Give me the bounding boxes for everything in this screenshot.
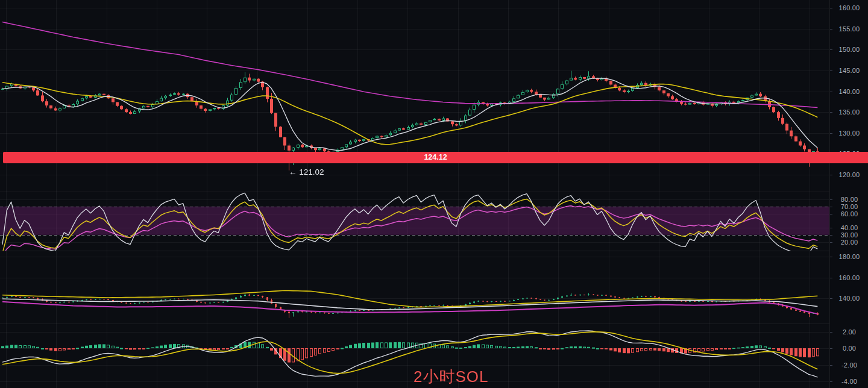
axis-tick-label: 0.00	[830, 344, 868, 352]
axis-tick-label: 60.00	[830, 210, 868, 218]
timeframe-symbol-label: 2小时SOL	[414, 366, 489, 387]
low-price-annotation: ← 121.02	[289, 167, 324, 177]
axis-tick-label: 160.00	[830, 4, 868, 12]
axis-tick-label: 130.00	[830, 129, 868, 137]
axis-tick-label: 140.00	[830, 87, 868, 96]
axis-tick-label: 180.00	[830, 252, 868, 261]
axis-tick-label: 160.00	[830, 274, 868, 282]
trading-chart-window: 160.00155.00150.00145.00140.00135.00130.…	[0, 0, 868, 388]
axis-tick-label: -2.00	[830, 361, 868, 369]
axis-tick-label: 20.00	[830, 238, 868, 246]
chart-canvas[interactable]	[0, 0, 829, 388]
axis-tick-label: -4.00	[830, 377, 868, 386]
price-axis[interactable]: 160.00155.00150.00145.00140.00135.00130.…	[829, 0, 868, 388]
axis-tick-label: 150.00	[830, 45, 868, 54]
axis-tick-label: 120.00	[830, 171, 868, 179]
last-price-label: 124.12	[3, 152, 868, 163]
axis-tick-label: 135.00	[830, 108, 868, 116]
axis-tick-label: 145.00	[830, 66, 868, 75]
axis-tick-label: 155.00	[830, 25, 868, 33]
axis-tick-label: 140.00	[830, 294, 868, 302]
axis-tick-label: 2.00	[830, 328, 868, 336]
